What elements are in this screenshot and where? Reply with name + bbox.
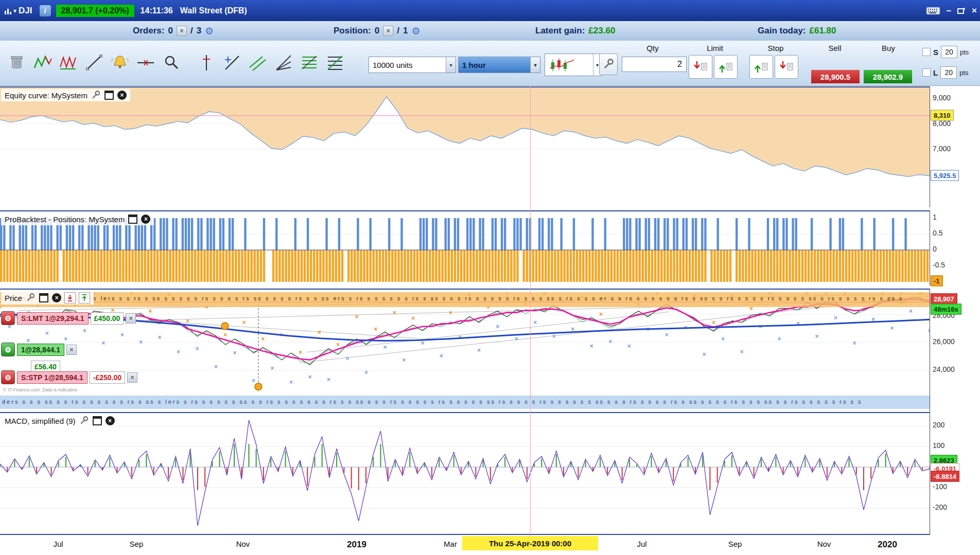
order-settings-button[interactable]	[599, 53, 618, 75]
price-panel[interactable]: ××××××××××××××××××××××××××××××××××××××××…	[0, 289, 930, 412]
restore-icon[interactable]	[957, 7, 966, 14]
alert-bell-icon[interactable]	[109, 52, 131, 74]
macd-axis-label: -200	[933, 503, 947, 511]
macd-chart[interactable]	[0, 413, 930, 535]
close-icon[interactable]: ×	[106, 416, 115, 425]
limit-pts-input[interactable]: 20	[940, 66, 957, 79]
cancel-order-icon[interactable]: ×	[127, 372, 137, 383]
wrench-icon[interactable]	[79, 416, 89, 426]
position-gear-icon[interactable]: ⚙	[1, 343, 15, 356]
equity-chart[interactable]	[0, 87, 930, 207]
restore-window-icon[interactable]	[128, 214, 138, 224]
order-gear-icon[interactable]: ⚙	[1, 370, 15, 384]
wrench-icon[interactable]	[91, 90, 101, 100]
limit-buy-button[interactable]	[714, 55, 738, 79]
svg-text:×: ×	[345, 355, 349, 362]
info-icon[interactable]: i	[40, 5, 51, 16]
limit-order-label[interactable]: S:LMT 1@29,294.1	[17, 312, 89, 325]
download-orders-icon[interactable]	[64, 292, 76, 303]
crossline-icon[interactable]	[221, 52, 243, 74]
restore-window-icon[interactable]	[92, 416, 102, 426]
close-icon[interactable]: ×	[117, 91, 127, 100]
position-label[interactable]: 1@28,844.1	[17, 344, 64, 356]
zigzag-indicator-icon[interactable]	[32, 52, 54, 74]
upload-orders-icon[interactable]	[79, 292, 90, 303]
close-icon[interactable]: ×	[52, 293, 61, 302]
limit-sell-button[interactable]	[689, 55, 712, 79]
stop-checkbox[interactable]	[922, 48, 931, 56]
svg-text:×: ×	[252, 377, 255, 384]
equity-axis-label: 9,000	[933, 94, 951, 102]
equity-panel[interactable]: Equity curve: MySystem ×	[0, 86, 930, 207]
close-position-icon[interactable]: ×	[383, 26, 393, 36]
orders-gear-icon[interactable]: ⚙	[205, 25, 214, 37]
limit-checkbox[interactable]	[922, 68, 931, 77]
wrench-icon[interactable]	[25, 293, 36, 303]
svg-text:×: ×	[45, 330, 49, 337]
vertical-line-icon[interactable]	[196, 52, 217, 74]
chart-type-dropdown-icon[interactable]: ▾	[596, 62, 599, 68]
watermark: © IT-Finance.com. Data is indicative	[3, 387, 77, 392]
restore-window-icon[interactable]	[104, 90, 114, 100]
angles-icon[interactable]	[273, 52, 294, 74]
limit-order-row: ⚙ S:LMT 1@29,294.1 £450.00 ×	[1, 311, 136, 325]
stop-order-value: -£250.00	[90, 371, 125, 384]
pattern-icon[interactable]	[58, 52, 79, 74]
svg-text:×: ×	[101, 339, 105, 347]
svg-text:×: ×	[120, 331, 124, 338]
bottom-signal-strip: ders s s s ss s s rs s s s s s s rs s ss…	[0, 396, 930, 409]
symbol-label: DJI	[19, 6, 32, 16]
latent-gain-value: £23.60	[588, 26, 615, 36]
stop-buy-button[interactable]	[749, 55, 773, 79]
svg-text:×: ×	[336, 341, 340, 348]
top-signal-strip: s ssss s s rs s s er s rs lers s s rs s …	[0, 292, 930, 307]
instrument-chart-icon	[4, 7, 12, 15]
sell-button[interactable]: 28,900.5	[811, 70, 860, 83]
position-group: Position: 0 × / 1 ⚙	[334, 21, 420, 41]
chart-type-button[interactable]: ▾	[545, 53, 602, 76]
stop-sell-button[interactable]	[775, 55, 798, 79]
stop-pts-label: pts	[960, 48, 969, 56]
channel-icon[interactable]	[247, 52, 269, 74]
timeframe-select[interactable]: 1 hour ▾	[458, 57, 540, 73]
svg-text:×: ×	[299, 349, 302, 356]
fib-levels-icon[interactable]	[324, 52, 346, 74]
positions-panel[interactable]: ProBacktest - Positions: MySystem ×	[0, 210, 930, 285]
svg-text:×: ×	[909, 308, 913, 315]
svg-text:×: ×	[402, 356, 406, 364]
bar-countdown-tag: 48m16s	[931, 304, 961, 315]
minimize-icon[interactable]: –	[947, 6, 951, 16]
svg-text:×: ×	[627, 343, 631, 350]
trash-icon[interactable]	[6, 52, 28, 74]
qty-value: 2	[677, 60, 682, 69]
svg-text:×: ×	[590, 343, 593, 350]
symbol-dropdown-icon[interactable]: ▾	[13, 7, 16, 14]
zoom-icon[interactable]	[161, 52, 182, 74]
cancel-order-icon[interactable]: ×	[126, 313, 136, 324]
svg-text:×: ×	[355, 313, 359, 320]
timeframe-dropdown-icon[interactable]: ▾	[530, 57, 540, 73]
order-gear-icon[interactable]: ⚙	[1, 311, 15, 325]
units-select[interactable]: 10000 units ▾	[369, 57, 456, 73]
trendline-icon[interactable]	[83, 52, 105, 74]
close-icon[interactable]: ×	[141, 214, 150, 224]
macd-header: MACD, simplified (9) ×	[1, 415, 118, 427]
horizontal-line-icon[interactable]	[135, 52, 156, 74]
fib-retracement-icon[interactable]	[299, 52, 320, 74]
close-position-icon[interactable]: ×	[66, 345, 77, 355]
stop-pts-input[interactable]: 20	[941, 46, 957, 58]
svg-text:×: ×	[186, 317, 189, 325]
cancel-orders-icon[interactable]: ×	[177, 26, 187, 36]
qty-input[interactable]: 2	[622, 57, 687, 72]
units-dropdown-icon[interactable]: ▾	[446, 57, 456, 73]
restore-window-icon[interactable]	[39, 293, 49, 303]
time-label: Nov	[817, 540, 831, 548]
close-window-icon[interactable]: ×	[972, 6, 977, 16]
keyboard-icon[interactable]	[926, 6, 940, 15]
macd-panel[interactable]: MACD, simplified (9) ×	[0, 412, 930, 535]
svg-text:×: ×	[196, 345, 199, 352]
position-gear-icon[interactable]: ⚙	[411, 25, 420, 37]
price-chart[interactable]: ××××××××××××××××××××××××××××××××××××××××…	[0, 290, 930, 412]
buy-button[interactable]: 28,902.9	[864, 70, 912, 83]
stop-order-label[interactable]: S:STP 1@28,594.1	[17, 371, 87, 384]
